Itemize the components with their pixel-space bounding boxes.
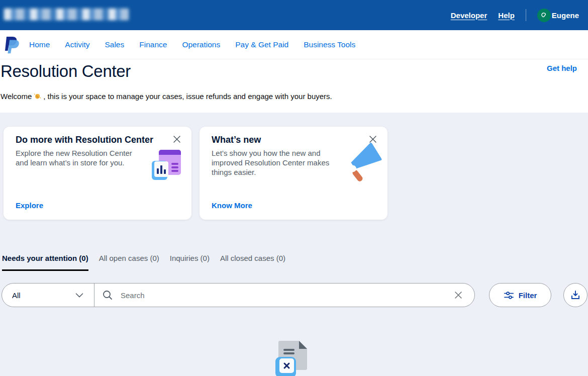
- card-title: Do more with Resolution Center: [16, 135, 153, 145]
- card-do-more: Do more with Resolution Center Explore t…: [4, 127, 191, 220]
- search-row: All Filter: [0, 283, 588, 307]
- nav-item-activity[interactable]: Activity: [65, 40, 89, 49]
- user-name: Eugene: [552, 11, 579, 20]
- nav-item-sales[interactable]: Sales: [105, 40, 124, 49]
- nav-item-pay-get-paid[interactable]: Pay & Get Paid: [235, 40, 288, 49]
- top-bar: Developer Help Eugene: [0, 0, 588, 30]
- topbar-divider: [526, 9, 526, 21]
- page-header: Resolution Center Get help Welcome , thi…: [0, 59, 588, 113]
- download-button[interactable]: [563, 283, 587, 307]
- megaphone-illustration-icon: [347, 147, 380, 181]
- waving-hand-icon: [33, 92, 42, 101]
- filter-label: Filter: [519, 291, 537, 300]
- case-tabs: Needs your attention (0) All open cases …: [2, 254, 285, 271]
- get-help-link[interactable]: Get help: [547, 64, 577, 72]
- welcome-text: Welcome , this is your space to manage y…: [1, 92, 332, 101]
- help-link[interactable]: Help: [498, 11, 515, 20]
- search-bar: All: [2, 283, 475, 307]
- empty-state-icon: [275, 338, 308, 376]
- paypal-logo-icon[interactable]: [4, 36, 21, 54]
- know-more-link[interactable]: Know More: [212, 201, 252, 210]
- tab-needs-attention[interactable]: Needs your attention (0): [2, 254, 88, 271]
- nav-items: Home Activity Sales Finance Operations P…: [29, 40, 355, 49]
- user-menu[interactable]: Eugene: [537, 9, 579, 22]
- category-selected: All: [12, 291, 21, 300]
- avatar: [537, 9, 551, 22]
- download-icon: [570, 290, 581, 301]
- developer-link[interactable]: Developer: [451, 11, 487, 20]
- content-area: Do more with Resolution Center Explore t…: [0, 113, 588, 376]
- close-icon[interactable]: [367, 134, 378, 145]
- page-title: Resolution Center: [1, 62, 131, 81]
- avatar-glyph-icon: [540, 11, 548, 19]
- tab-inquiries[interactable]: Inquiries (0): [170, 254, 210, 269]
- card-title: What’s new: [212, 135, 261, 145]
- business-name-redacted[interactable]: [4, 9, 129, 20]
- category-dropdown[interactable]: All: [2, 284, 94, 307]
- nav-item-business-tools[interactable]: Business Tools: [304, 40, 355, 49]
- card-body: Explore the new Resolution Center and le…: [16, 149, 142, 168]
- tab-all-closed-cases[interactable]: All closed cases (0): [220, 254, 285, 269]
- nav-item-finance[interactable]: Finance: [139, 40, 167, 49]
- explore-link[interactable]: Explore: [16, 201, 43, 210]
- tab-all-open-cases[interactable]: All open cases (0): [99, 254, 159, 269]
- search-icon: [102, 289, 114, 301]
- nav-item-home[interactable]: Home: [29, 40, 50, 49]
- close-icon[interactable]: [171, 134, 182, 145]
- search-input[interactable]: [121, 291, 453, 300]
- card-whats-new: What’s new Let’s show you how the new an…: [200, 127, 387, 220]
- filter-sliders-icon: [504, 290, 514, 301]
- nav-item-operations[interactable]: Operations: [182, 40, 220, 49]
- card-body: Let’s show you how the new and improved …: [212, 149, 333, 177]
- filter-button[interactable]: Filter: [489, 283, 551, 307]
- clear-search-icon[interactable]: [453, 290, 463, 300]
- chart-window-illustration-icon: [152, 148, 182, 181]
- main-nav: Home Activity Sales Finance Operations P…: [0, 30, 588, 59]
- chevron-down-icon: [74, 290, 85, 301]
